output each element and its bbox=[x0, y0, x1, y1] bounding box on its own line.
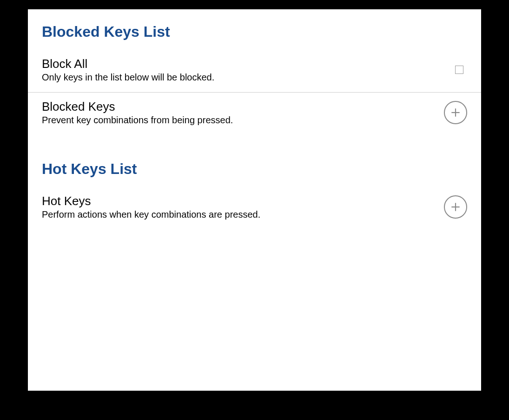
blocked-keys-subtitle: Prevent key combinations from being pres… bbox=[42, 115, 444, 126]
hot-keys-row: Hot Keys Perform actions when key combin… bbox=[28, 187, 481, 229]
hot-keys-list-heading: Hot Keys List bbox=[28, 160, 481, 187]
block-all-text: Block All Only keys in the list below wi… bbox=[42, 57, 455, 83]
block-all-checkbox[interactable] bbox=[455, 66, 463, 74]
block-all-row: Block All Only keys in the list below wi… bbox=[28, 50, 481, 92]
hot-keys-subtitle: Perform actions when key combinations ar… bbox=[42, 209, 444, 220]
plus-icon bbox=[450, 201, 462, 213]
hot-keys-text: Hot Keys Perform actions when key combin… bbox=[42, 194, 444, 220]
blocked-keys-row: Blocked Keys Prevent key combinations fr… bbox=[28, 93, 481, 135]
add-blocked-key-button[interactable] bbox=[444, 101, 467, 124]
blocked-keys-title: Blocked Keys bbox=[42, 100, 444, 114]
block-all-subtitle: Only keys in the list below will be bloc… bbox=[42, 72, 455, 83]
settings-panel: Blocked Keys List Block All Only keys in… bbox=[28, 9, 481, 391]
add-hot-key-button[interactable] bbox=[444, 195, 467, 219]
block-all-title: Block All bbox=[42, 57, 455, 71]
blocked-keys-text: Blocked Keys Prevent key combinations fr… bbox=[42, 100, 444, 126]
blocked-keys-list-heading: Blocked Keys List bbox=[28, 23, 481, 50]
plus-icon bbox=[450, 107, 462, 119]
hot-keys-title: Hot Keys bbox=[42, 194, 444, 208]
